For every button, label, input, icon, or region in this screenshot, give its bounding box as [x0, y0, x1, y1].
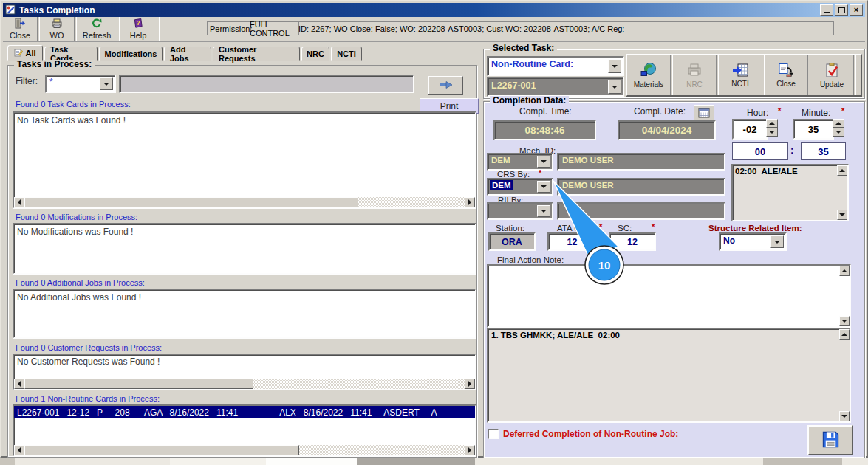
- chevron-down-icon[interactable]: [537, 205, 550, 217]
- scrollbar-thumb[interactable]: [24, 445, 299, 455]
- save-button[interactable]: [807, 425, 853, 455]
- total-minute-display: 35: [801, 142, 846, 160]
- spin-down-icon[interactable]: [833, 128, 844, 137]
- notes-textarea[interactable]: 1. TBS GHMKK; ALE/ALE 02:00: [487, 328, 851, 423]
- app-window: Tasks Completion × Close WO Refresh: [0, 0, 868, 458]
- ata-field[interactable]: 12: [547, 232, 597, 251]
- final-action-vscrollbar[interactable]: [839, 266, 850, 326]
- nrc-button[interactable]: NRC: [673, 55, 716, 95]
- modifications-list[interactable]: No Modifications was Found !: [13, 223, 476, 275]
- tab-nrc[interactable]: NRC: [301, 46, 329, 61]
- toolbar-wo-label: WO: [50, 31, 64, 40]
- task-cards-list[interactable]: No Task Cards was Found !: [13, 111, 476, 209]
- notes-vscrollbar[interactable]: [839, 329, 850, 421]
- toolbar-wo-button[interactable]: WO: [40, 17, 74, 41]
- scroll-right-icon[interactable]: [465, 445, 475, 455]
- total-minute-value: 35: [818, 146, 828, 157]
- tab-strip: All Task Cards Modifications Add Jobs Cu…: [7, 45, 476, 61]
- toolbar-help-button[interactable]: ? Help: [120, 17, 157, 41]
- nrc-selected-row[interactable]: L2267-001 12-12 P 208 AGA 8/16/2022 11:4…: [14, 406, 475, 418]
- scroll-left-icon[interactable]: [14, 445, 24, 455]
- main-toolbar: Close WO Refresh ? Help Permission:: [3, 17, 865, 41]
- spin-down-icon[interactable]: [766, 128, 778, 137]
- toolbar-close-button[interactable]: Close: [3, 17, 37, 41]
- task-id-value: L2267-001: [491, 80, 536, 91]
- toolbar-refresh-button[interactable]: Refresh: [77, 17, 117, 41]
- tab-modifications[interactable]: Modifications: [99, 46, 163, 61]
- crs-by-combobox[interactable]: DEM: [487, 178, 553, 196]
- refresh-icon: [91, 18, 103, 30]
- chevron-down-icon[interactable]: [608, 59, 621, 73]
- minimize-button[interactable]: [820, 4, 833, 16]
- restore-button[interactable]: [835, 4, 848, 16]
- hour-spinner-field[interactable]: -02: [732, 119, 768, 140]
- scroll-left-icon[interactable]: [14, 379, 24, 389]
- materials-button[interactable]: Materials: [627, 55, 670, 95]
- scroll-up-icon[interactable]: [839, 266, 850, 276]
- scroll-right-icon[interactable]: [465, 379, 475, 389]
- nrc-disabled-icon: [686, 62, 703, 80]
- update-button[interactable]: Update: [810, 55, 853, 95]
- time-colon: :: [790, 145, 793, 156]
- help-book-icon: ?: [132, 18, 144, 30]
- minute-spinner-field[interactable]: 35: [793, 119, 834, 140]
- scroll-down-icon[interactable]: [839, 411, 850, 421]
- customer-requests-hscrollbar[interactable]: [14, 379, 475, 389]
- task-id-combobox[interactable]: L2267-001: [487, 77, 624, 97]
- sri-combobox[interactable]: No: [719, 232, 787, 251]
- tab-add-jobs[interactable]: Add Jobs: [164, 46, 211, 61]
- tasks-in-process-group: Tasks in Process: Filter: * Found 0 Task…: [7, 65, 477, 458]
- final-action-note-textarea[interactable]: [487, 264, 851, 328]
- selected-task-group: Selected Task: Non-Routine Card: L2267-0…: [483, 49, 865, 99]
- mech-id-combobox[interactable]: DEM: [487, 153, 553, 170]
- deferred-checkbox[interactable]: [488, 429, 499, 439]
- add-jobs-list[interactable]: No Additional Jobs was Found !: [13, 289, 476, 339]
- hour-spinner-buttons[interactable]: [766, 119, 778, 137]
- sc-label: SC:: [618, 224, 632, 232]
- customer-requests-list[interactable]: No Customer Requests was Found !: [13, 354, 476, 390]
- close-window-button[interactable]: ×: [850, 4, 863, 16]
- scroll-down-icon[interactable]: [839, 316, 850, 326]
- scrollbar-thumb[interactable]: [24, 379, 253, 389]
- minute-spinner-buttons[interactable]: [833, 119, 844, 137]
- chevron-down-icon[interactable]: [770, 235, 784, 248]
- minute-value: 35: [808, 124, 819, 135]
- scroll-down-icon[interactable]: [837, 210, 847, 220]
- nrc-list[interactable]: L2267-001 12-12 P 208 AGA 8/16/2022 11:4…: [13, 404, 476, 457]
- chevron-down-icon[interactable]: [608, 80, 621, 94]
- time-log-listbox[interactable]: 02:00 ALE/ALE: [731, 164, 849, 221]
- calendar-button[interactable]: [694, 105, 714, 122]
- background-segment: [763, 458, 842, 465]
- task-cards-header: Found 0 Task Cards in Process:: [16, 100, 131, 108]
- ata-value: 12: [567, 237, 578, 247]
- customer-requests-header: Found 0 Customer Requests in Process:: [16, 343, 162, 352]
- rii-by-combobox[interactable]: [487, 202, 553, 220]
- scroll-up-icon[interactable]: [839, 329, 850, 340]
- background-segment: [357, 458, 475, 465]
- toolbar-separator: [157, 17, 160, 41]
- task-cards-hscrollbar[interactable]: [14, 197, 475, 207]
- time-log-vscrollbar[interactable]: [837, 165, 847, 220]
- sc-field[interactable]: 12: [609, 232, 656, 251]
- spin-up-icon[interactable]: [833, 119, 844, 128]
- filter-combobox[interactable]: *: [45, 75, 116, 93]
- tab-customer-requests[interactable]: Customer Requests: [213, 46, 300, 61]
- scroll-left-icon[interactable]: [14, 197, 24, 207]
- chevron-down-icon[interactable]: [537, 181, 550, 193]
- tab-ncti[interactable]: NCTI: [331, 46, 362, 61]
- close-task-button[interactable]: Close: [765, 55, 807, 95]
- permission-label: Permission:: [210, 24, 252, 33]
- task-type-combobox[interactable]: Non-Routine Card:: [487, 56, 624, 76]
- tab-all[interactable]: All: [7, 45, 43, 61]
- chevron-down-icon[interactable]: [537, 156, 550, 168]
- nrc-hscrollbar[interactable]: [14, 445, 475, 455]
- filter-go-button[interactable]: [428, 76, 463, 95]
- spin-up-icon[interactable]: [766, 119, 778, 128]
- scroll-up-icon[interactable]: [837, 165, 847, 176]
- scrollbar-thumb[interactable]: [24, 197, 358, 207]
- materials-globe-icon: [640, 62, 657, 80]
- chevron-down-icon[interactable]: [100, 78, 113, 90]
- ncti-button[interactable]: NCTI: [719, 55, 762, 95]
- filter-value: *: [49, 77, 53, 87]
- scroll-right-icon[interactable]: [465, 197, 475, 207]
